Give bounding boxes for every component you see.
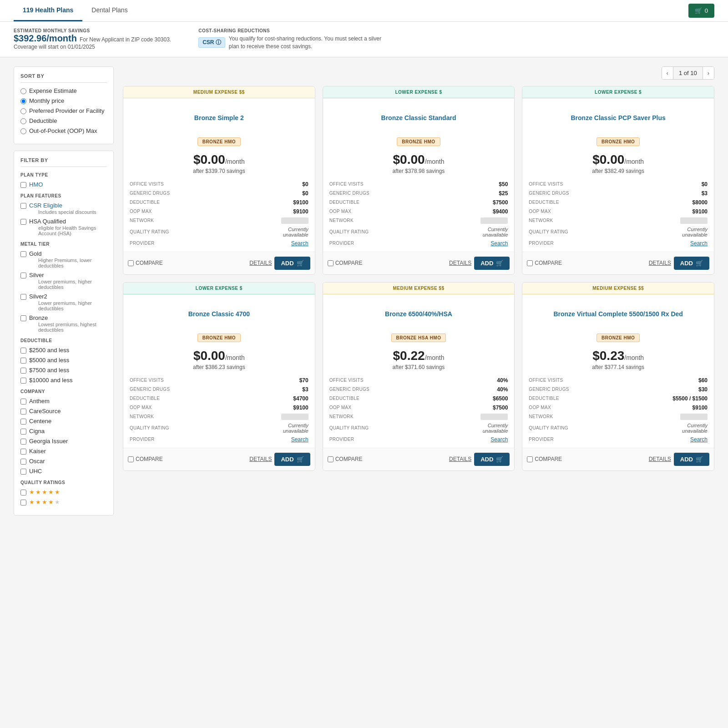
filter-5star[interactable]: ★ ★ ★ ★ ★ (20, 489, 107, 495)
add-button-2[interactable]: ADD🛒 (674, 257, 709, 270)
price-area-0: $0.00/month after $339.70 savings (123, 149, 315, 176)
sort-option-4[interactable]: Out-of-Pocket (OOP) Max (20, 127, 107, 134)
filter-caresource[interactable]: CareSource (20, 408, 107, 415)
filter-gold[interactable]: Gold Higher Premiums, lower deductibles (20, 250, 107, 268)
sort-radio-2[interactable] (20, 108, 26, 114)
deductible-title: DEDUCTIBLE (20, 338, 107, 343)
plan-name-0[interactable]: Bronze Simple 2 (194, 114, 244, 121)
details-link-1[interactable]: DETAILS (449, 260, 471, 266)
filter-silver2[interactable]: Silver2 Lower premiums, higher deductibl… (20, 293, 107, 311)
compare-label-0[interactable]: COMPARE (128, 260, 163, 266)
details-link-0[interactable]: DETAILS (249, 260, 272, 266)
pagination-bar: ‹ 1 of 10 › (123, 66, 714, 80)
expense-header-1: LOWER EXPENSE $ (323, 86, 515, 98)
add-button-0[interactable]: ADD 🛒 (274, 257, 310, 270)
generic-drugs-0: GENERIC DRUGS $0 (130, 189, 308, 198)
filter-silver-label: Silver (29, 272, 44, 278)
csr-text: You qualify for cost-sharing reductions.… (229, 35, 384, 51)
filter-ded-5000[interactable]: $5000 and less (20, 357, 107, 364)
plan-name-2[interactable]: Bronze Classic PCP Saver Plus (571, 114, 666, 121)
plan-footer-5: COMPARE DETAILS ADD🛒 (522, 448, 714, 470)
compare-checkbox-0[interactable] (128, 260, 134, 266)
filter-ded-2500[interactable]: $2500 and less (20, 347, 107, 354)
price-savings-3: after $386.23 savings (130, 364, 308, 370)
tab-dental-plans[interactable]: Dental Plans (82, 0, 136, 21)
filter-bronze[interactable]: Bronze Lowest premiums, highest deductib… (20, 314, 107, 333)
details-link-3[interactable]: DETAILS (249, 456, 272, 462)
next-page-button[interactable]: › (703, 67, 714, 79)
filter-csr-sub: Includes special discounts (38, 209, 96, 215)
filter-georgia[interactable]: Georgia Issuer (20, 438, 107, 445)
expense-header-4: MEDIUM EXPENSE $$ (323, 283, 515, 294)
filter-uhc[interactable]: UHC (20, 468, 107, 475)
details-link-5[interactable]: DETAILS (649, 456, 671, 462)
filter-cigna[interactable]: Cigna (20, 428, 107, 435)
filter-bronze-checkbox[interactable] (20, 315, 26, 321)
add-button-1[interactable]: ADD🛒 (474, 257, 510, 270)
cart-icon-5: 🛒 (696, 456, 703, 463)
plan-name-1[interactable]: Bronze Classic Standard (381, 114, 456, 121)
filter-anthem[interactable]: Anthem (20, 398, 107, 404)
sort-option-1[interactable]: Monthly price (20, 97, 107, 104)
sort-radio-4[interactable] (20, 128, 26, 134)
price-5: $0.23 (592, 349, 624, 363)
sort-radio-0[interactable] (20, 88, 26, 94)
plan-details-3: OFFICE VISITS$70 GENERIC DRUGS$3 DEDUCTI… (123, 372, 315, 448)
sort-radio-1[interactable] (20, 98, 26, 104)
oop-max-0: OOP MAX $9100 (130, 207, 308, 216)
filter-csr-checkbox[interactable] (20, 203, 26, 209)
search-link-4[interactable]: Search (490, 436, 508, 443)
plan-name-4[interactable]: Bronze 6500/40%/HSA (385, 310, 452, 318)
sort-option-3[interactable]: Deductible (20, 117, 107, 124)
search-link-5[interactable]: Search (690, 436, 708, 443)
price-2: $0.00 (592, 152, 624, 167)
csr-label: COST-SHARING REDUCTIONS (198, 28, 714, 33)
search-link-2[interactable]: Search (690, 240, 708, 247)
filter-silver2-checkbox[interactable] (20, 294, 26, 300)
cart-button[interactable]: 🛒 0 (688, 4, 714, 18)
filter-gold-checkbox[interactable] (20, 251, 26, 257)
filter-hsa-checkbox[interactable] (20, 219, 26, 225)
plan-details-4: OFFICE VISITS40% GENERIC DRUGS40% DEDUCT… (323, 372, 515, 448)
sort-option-0[interactable]: Expense Estimate (20, 87, 107, 94)
plan-name-3[interactable]: Bronze Classic 4700 (188, 310, 250, 318)
search-link-1[interactable]: Search (490, 240, 508, 247)
filter-csr[interactable]: CSR Eligible Includes special discounts (20, 202, 107, 215)
filter-ded-7500[interactable]: $7500 and less (20, 367, 107, 374)
page-nav: ‹ 1 of 10 › (662, 66, 714, 80)
tab-health-plans[interactable]: 119 Health Plans (14, 0, 82, 21)
metal-badge-1: BRONZE HMO (397, 137, 440, 146)
filter-gold-label: Gold (29, 250, 41, 257)
filter-ded-10000[interactable]: $10000 and less (20, 377, 107, 384)
metal-badge-area-4: BRONZE HSA HMO (323, 331, 515, 345)
filter-4star[interactable]: ★ ★ ★ ★ ★ (20, 499, 107, 506)
cart-icon-0: 🛒 (297, 260, 304, 267)
search-link-0[interactable]: Search (291, 240, 308, 247)
metal-badge-4: BRONZE HSA HMO (391, 334, 446, 342)
filter-hsa[interactable]: HSA Qualified eligible for Health Saving… (20, 218, 107, 236)
filter-oscar[interactable]: Oscar (20, 458, 107, 465)
plan-name-5[interactable]: Bronze Virtual Complete 5500/1500 Rx Ded (553, 310, 683, 318)
main-content: SORT BY Expense Estimate Monthly price P… (0, 57, 728, 525)
filter-kaiser[interactable]: Kaiser (20, 448, 107, 455)
details-link-4[interactable]: DETAILS (449, 456, 471, 462)
price-3: $0.00 (193, 349, 225, 363)
filter-silver-checkbox[interactable] (20, 273, 26, 278)
filter-centene[interactable]: Centene (20, 418, 107, 425)
prev-page-button[interactable]: ‹ (662, 67, 673, 79)
add-button-4[interactable]: ADD🛒 (474, 453, 510, 466)
filter-hmo-checkbox[interactable] (20, 182, 26, 188)
sidebar: SORT BY Expense Estimate Monthly price P… (14, 66, 114, 516)
details-link-2[interactable]: DETAILS (649, 260, 671, 266)
add-button-3[interactable]: ADD🛒 (274, 453, 310, 466)
sort-radio-3[interactable] (20, 118, 26, 124)
search-link-3[interactable]: Search (291, 436, 308, 443)
filter-silver[interactable]: Silver Lower premiums, higher deductible… (20, 272, 107, 290)
sort-option-2[interactable]: Preferred Provider or Facility (20, 107, 107, 114)
add-button-5[interactable]: ADD🛒 (674, 453, 709, 466)
deductible-0: DEDUCTIBLE $9100 (130, 198, 308, 207)
plan-name-area-4: Bronze 6500/40%/HSA (323, 294, 515, 331)
metal-badge-area-0: BRONZE HMO (123, 135, 315, 149)
plan-details-2: OFFICE VISITS$0 GENERIC DRUGS$3 DEDUCTIB… (522, 176, 714, 252)
filter-hmo[interactable]: HMO (20, 181, 107, 188)
